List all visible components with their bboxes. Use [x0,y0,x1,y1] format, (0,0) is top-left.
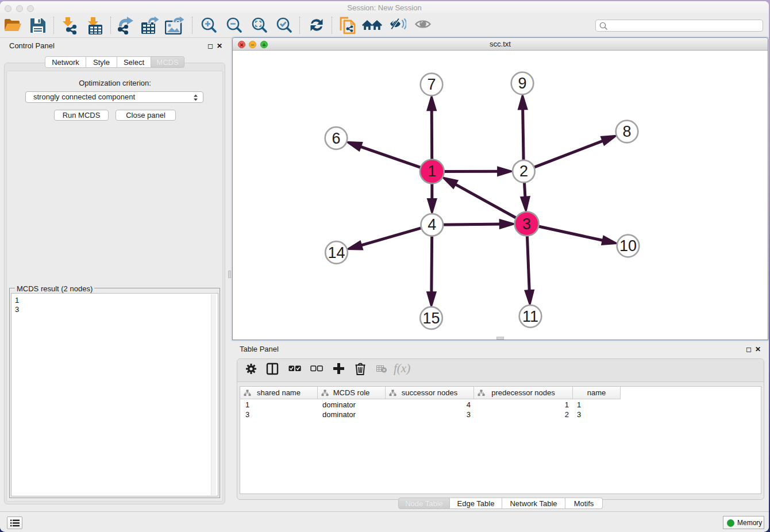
svg-text:7: 7 [427,76,436,93]
svg-text:2: 2 [519,163,528,180]
svg-text:8: 8 [622,123,631,140]
svg-text:11: 11 [522,308,538,325]
svg-text:10: 10 [619,237,637,255]
svg-text:3: 3 [522,215,531,233]
svg-text:4: 4 [428,216,436,233]
svg-text:14: 14 [328,244,345,261]
svg-text:1: 1 [428,163,436,180]
svg-text:9: 9 [518,75,526,92]
svg-text:15: 15 [422,310,440,327]
svg-text:6: 6 [332,130,340,147]
